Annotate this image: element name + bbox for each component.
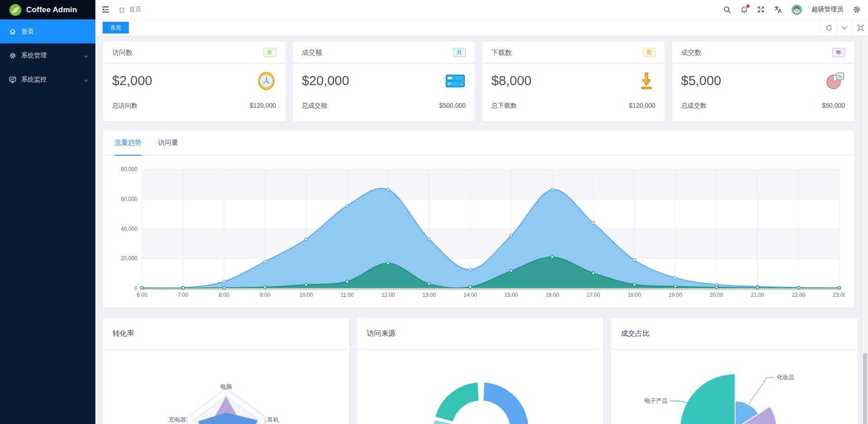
chevron-down-icon [84, 52, 88, 59]
stat-footer-value: $120,000 [629, 102, 655, 110]
deal-share-panel: 成交占比 电子产品化妆品 [611, 318, 858, 424]
svg-text:20:00: 20:00 [710, 292, 723, 298]
tab-home[interactable]: 首页 [103, 22, 129, 33]
svg-text:7:00: 7:00 [178, 292, 189, 298]
home-icon [118, 6, 125, 13]
stat-value: $8,000 [491, 73, 532, 88]
sidebar-item-home[interactable]: 首页 [0, 19, 95, 43]
stat-card-title: 访问数 [112, 48, 132, 57]
pie-chart-icon: % [825, 71, 845, 91]
app-logo: Coffee Admin [0, 0, 95, 19]
stat-footer-label: 总下载数 [491, 102, 517, 110]
svg-text:6:00: 6:00 [137, 292, 147, 298]
chevron-down-icon[interactable] [836, 19, 852, 36]
menu-fold-icon[interactable] [99, 4, 112, 15]
app-title: Coffee Admin [26, 5, 77, 14]
stat-value: $5,000 [681, 73, 722, 88]
period-badge: 周 [643, 48, 656, 57]
svg-text:16:00: 16:00 [546, 292, 559, 298]
fullscreen-icon[interactable] [757, 6, 764, 13]
gear-icon[interactable] [853, 5, 861, 14]
svg-text:20,000: 20,000 [121, 255, 137, 262]
scrollbar-thumb[interactable] [863, 353, 867, 424]
chevron-down-icon [84, 76, 88, 83]
tab-traffic-trend[interactable]: 流量趋势 [114, 130, 142, 155]
period-badge: 月 [264, 48, 276, 57]
traffic-trend-chart: 020,00040,00060,00080,0006:007:008:009:0… [103, 156, 854, 300]
panel-title: 成交占比 [621, 329, 650, 338]
main-area: 首页 [95, 0, 868, 424]
svg-text:23:00: 23:00 [833, 292, 845, 298]
traffic-trend-card: 流量趋势 访问量 020,00040,00060,00080,0006:007:… [103, 130, 854, 308]
svg-text:18:00: 18:00 [627, 292, 641, 298]
period-badge: 年 [832, 48, 845, 57]
bell-icon[interactable] [741, 6, 748, 14]
sidebar-item-system-management[interactable]: 系统管理 [0, 43, 95, 67]
svg-text:14:00: 14:00 [463, 292, 477, 298]
stat-card-title: 成交额 [302, 48, 322, 57]
tab-controls [821, 19, 868, 36]
stat-footer-value: $500,000 [439, 102, 466, 110]
clock-icon [256, 71, 276, 91]
conversion-rate-panel: 转化率 电脑耳机充电器 [103, 318, 349, 424]
sidebar-item-label: 首页 [21, 28, 34, 36]
breadcrumb[interactable]: 首页 [118, 5, 142, 14]
stat-cards-row: 访问数 月 $2,000 总访问数 [103, 42, 854, 121]
trend-tab-label: 访问量 [158, 138, 178, 147]
visit-source-panel: 访问来源 [357, 318, 603, 424]
svg-text:60,000: 60,000 [121, 196, 137, 202]
search-icon[interactable] [723, 6, 731, 14]
svg-text:13:00: 13:00 [422, 292, 436, 298]
svg-text:9:00: 9:00 [260, 292, 271, 298]
panel-title: 访问来源 [367, 329, 396, 338]
svg-text:21:00: 21:00 [750, 292, 764, 298]
breadcrumb-label: 首页 [129, 5, 142, 14]
notification-badge-dot [746, 5, 750, 8]
tab-label: 首页 [110, 24, 121, 32]
stat-card-visits: 访问数 月 $2,000 总访问数 [103, 42, 285, 121]
svg-text:充电器: 充电器 [169, 416, 186, 423]
sidebar: Coffee Admin 首页 系统管理 [0, 0, 95, 424]
svg-text:电脑: 电脑 [220, 383, 232, 390]
top-navbar: 首页 [95, 0, 868, 19]
trend-tab-label: 流量趋势 [114, 138, 142, 147]
tab-visit-volume[interactable]: 访问量 [158, 130, 178, 155]
monitor-icon [9, 76, 16, 83]
svg-text:化妆品: 化妆品 [777, 374, 794, 381]
stat-footer-value: $120,000 [250, 102, 276, 110]
trend-tabs: 流量趋势 访问量 [103, 130, 854, 156]
svg-text:17:00: 17:00 [586, 292, 600, 298]
svg-text:12:00: 12:00 [382, 292, 395, 298]
user-avatar[interactable] [792, 5, 802, 15]
svg-text:11:00: 11:00 [340, 292, 354, 298]
bank-card-icon [445, 73, 466, 89]
stat-value: $2,000 [112, 73, 152, 88]
conversion-radar-chart: 电脑耳机充电器 [103, 350, 349, 424]
svg-text:0: 0 [134, 285, 137, 291]
svg-text:19:00: 19:00 [669, 292, 682, 298]
panel-title: 转化率 [113, 329, 134, 338]
translate-icon[interactable] [774, 6, 782, 14]
refresh-icon[interactable] [821, 19, 836, 36]
content-area: 访问数 月 $2,000 总访问数 [95, 36, 862, 424]
svg-text:15:00: 15:00 [505, 292, 518, 298]
sidebar-item-system-monitor[interactable]: 系统监控 [0, 67, 95, 91]
maximize-icon[interactable] [852, 19, 868, 36]
stat-card-downloads: 下载数 周 $8,000 总下载数 $120,000 [482, 42, 665, 121]
stat-card-deals: 成交数 年 $5,000 % [672, 42, 854, 121]
svg-text:耳机: 耳机 [267, 416, 279, 423]
stat-footer-label: 总成交额 [302, 102, 327, 110]
sidebar-menu: 首页 系统管理 系统监控 [0, 19, 95, 91]
stat-value: $20,000 [302, 73, 349, 88]
sidebar-item-label: 系统监控 [21, 76, 47, 84]
deal-share-pie-chart: 电子产品化妆品 [611, 350, 858, 424]
svg-text:10:00: 10:00 [299, 292, 313, 298]
svg-text:电子产品: 电子产品 [644, 397, 668, 404]
home-icon [9, 28, 16, 35]
svg-text:40,000: 40,000 [121, 226, 137, 232]
leaf-logo-icon [9, 4, 22, 16]
stat-card-title: 成交数 [681, 48, 702, 57]
settings-icon [9, 52, 16, 59]
sidebar-item-label: 系统管理 [21, 52, 47, 60]
user-name[interactable]: 超级管理员 [811, 5, 843, 14]
